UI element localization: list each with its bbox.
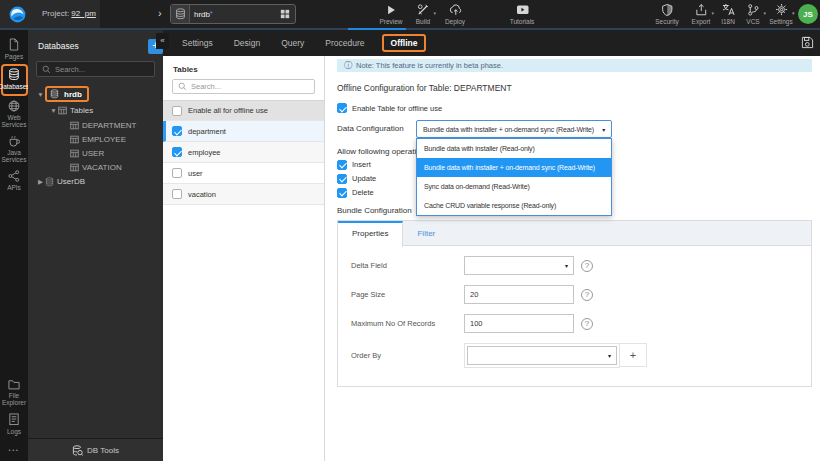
enable-table-checkbox[interactable] [337, 103, 347, 113]
cloud-upload-icon [449, 3, 462, 16]
delta-field-select[interactable]: ▾ [464, 256, 574, 275]
max-records-label: Maximum No Of Records [351, 319, 464, 328]
settings-button[interactable]: ▾ Settings [764, 3, 798, 25]
databases-panel: Databases + « Search... ▼ hrdb ▼ [28, 30, 163, 461]
tab-query[interactable]: Query [281, 38, 304, 48]
tree-node-employee[interactable]: EMPLOYEE [28, 132, 163, 146]
dropdown-option[interactable]: Sync data on-demand (Read-Write) [417, 177, 611, 196]
tab-procedure[interactable]: Procedure [325, 38, 364, 48]
logs-icon [8, 413, 20, 426]
table-row-user[interactable]: user [163, 163, 324, 184]
table-icon [58, 106, 67, 115]
order-by-cell: ▾ [464, 343, 620, 368]
tree-node-tables-group[interactable]: ▼ Tables [28, 103, 163, 118]
pages-icon [8, 38, 20, 51]
search-icon [178, 82, 187, 91]
tab-filter[interactable]: Filter [403, 221, 449, 245]
insert-checkbox[interactable] [337, 160, 347, 170]
tables-search-box[interactable]: Search... [172, 79, 315, 94]
topbar: Project: 92_pm › hrdb* Preview ▾ Build D… [0, 0, 820, 30]
build-button[interactable]: ▾ Build [408, 3, 438, 25]
chevron-down-icon: ▾ [433, 10, 436, 16]
department-checkbox[interactable] [172, 126, 182, 136]
export-icon: ▾ [695, 3, 707, 16]
artifact-tab-hrdb[interactable]: hrdb* [170, 4, 296, 24]
data-configuration-select[interactable]: Bundle data with installer + on-demand s… [416, 120, 612, 138]
tab-design[interactable]: Design [234, 38, 260, 48]
table-row-vacation[interactable]: vacation [163, 184, 324, 205]
sidebar-item-apis[interactable]: APIs [0, 170, 28, 191]
collapse-panel-button[interactable]: « [156, 33, 169, 49]
coffee-icon [8, 135, 20, 147]
databases-search-box[interactable]: Search... [36, 61, 155, 77]
tree-node-department[interactable]: DEPARTMENT [28, 118, 163, 132]
sidebar-item-databases[interactable]: Databases [1, 64, 28, 95]
video-icon [516, 3, 529, 16]
dropdown-option[interactable]: Cache CRUD variable response (Read-only) [417, 196, 611, 215]
database-tree: ▼ hrdb ▼ Tables DEPARTMENT [28, 85, 163, 189]
more-menu-dots[interactable]: ••• [9, 447, 20, 453]
enable-all-row[interactable]: Enable all for offline use [163, 100, 324, 121]
add-order-by-button[interactable]: + [620, 343, 647, 367]
deploy-button[interactable]: Deploy [438, 3, 472, 25]
export-button[interactable]: ▾ Export [686, 3, 716, 25]
enable-all-checkbox[interactable] [172, 106, 182, 116]
user-checkbox[interactable] [172, 168, 182, 178]
table-row-department[interactable]: department [163, 121, 324, 142]
update-checkbox[interactable] [337, 174, 347, 184]
bundle-configuration-panel: Properties Filter Delta Field ▾ ? [337, 220, 812, 387]
info-icon: ⓘ [344, 60, 352, 71]
caret-right-icon[interactable]: ▶ [36, 178, 45, 186]
translate-icon [722, 3, 735, 16]
offline-config-main: ⓘ Note: This feature is currently in bet… [325, 56, 820, 461]
sidebar-item-web-services[interactable]: Web Services [0, 100, 28, 129]
sidebar-item-file-explorer[interactable]: File Explorer [0, 378, 28, 407]
wavemaker-logo-icon[interactable] [0, 0, 34, 28]
user-avatar[interactable]: JS [798, 4, 818, 24]
page-size-label: Page Size [351, 290, 464, 299]
project-label[interactable]: Project: 92_pm [42, 0, 96, 28]
security-button[interactable]: Security [648, 3, 686, 25]
employee-checkbox[interactable] [172, 147, 182, 157]
dropdown-option[interactable]: Bundle data with installer (Read-only) [417, 139, 611, 158]
database-icon [171, 5, 190, 23]
tree-node-userdb[interactable]: ▶ UserDB [28, 174, 163, 189]
help-icon[interactable]: ? [581, 260, 593, 272]
db-tools-button[interactable]: DB Tools [28, 438, 163, 461]
page-size-input[interactable] [464, 285, 574, 304]
order-by-label: Order By [351, 351, 464, 360]
tables-panel-title: Tables [173, 65, 324, 74]
api-icon [8, 170, 20, 182]
db-tools-icon [72, 445, 83, 456]
help-icon[interactable]: ? [581, 318, 593, 330]
grid-icon[interactable] [280, 9, 290, 19]
help-icon[interactable]: ? [581, 289, 593, 301]
beta-note-banner: ⓘ Note: This feature is currently in bet… [337, 59, 812, 72]
sidebar-item-logs[interactable]: Logs [0, 413, 28, 435]
order-by-select[interactable]: ▾ [467, 346, 617, 365]
vcs-button[interactable]: ▾ VCS [740, 3, 766, 25]
save-icon[interactable] [801, 36, 814, 49]
data-configuration-row: Data Configuration Bundle data with inst… [337, 120, 812, 138]
enable-table-row[interactable]: Enable Table for offline use [337, 103, 812, 113]
folder-icon [8, 378, 20, 390]
max-records-input[interactable] [464, 314, 574, 333]
i18n-button[interactable]: I18N [714, 3, 742, 25]
tree-node-hrdb[interactable]: ▼ hrdb [28, 85, 163, 103]
sidebar-item-pages[interactable]: Pages [0, 38, 28, 60]
tab-properties[interactable]: Properties [338, 221, 403, 247]
tab-offline[interactable]: Offline [382, 34, 427, 52]
caret-down-icon[interactable]: ▼ [36, 91, 45, 98]
table-row-employee[interactable]: employee [163, 142, 324, 163]
sidebar-item-java-services[interactable]: Java Services [0, 135, 28, 164]
dropdown-option-selected[interactable]: Bundle data with installer + on-demand s… [417, 158, 611, 177]
tree-node-vacation[interactable]: VACATION [28, 160, 163, 174]
vacation-checkbox[interactable] [172, 189, 182, 199]
caret-down-icon[interactable]: ▼ [49, 107, 58, 114]
preview-button[interactable]: Preview [372, 3, 410, 25]
tree-node-user[interactable]: USER [28, 146, 163, 160]
tutorials-button[interactable]: Tutorials [500, 3, 544, 25]
delete-checkbox[interactable] [337, 188, 347, 198]
tab-settings[interactable]: Settings [182, 38, 213, 48]
table-icon [70, 135, 79, 144]
